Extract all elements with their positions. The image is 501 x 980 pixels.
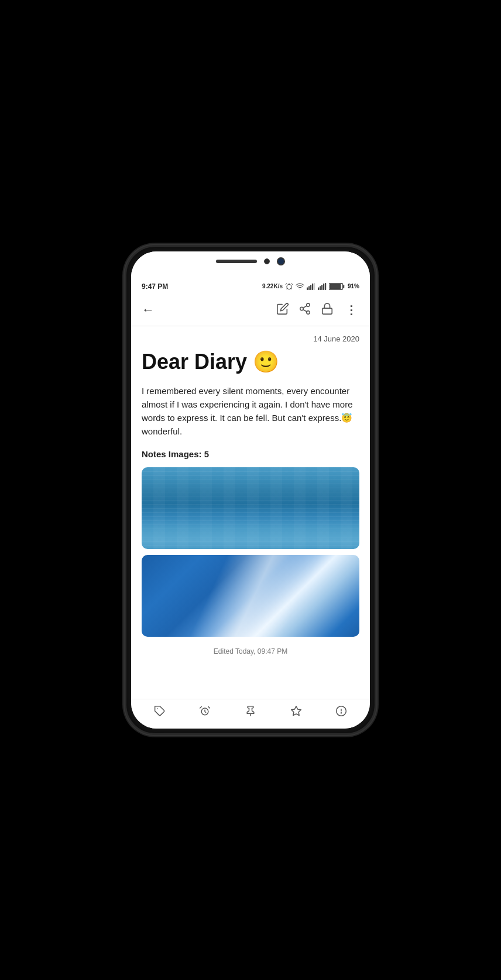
image-card-2[interactable]: [142, 555, 359, 637]
svg-rect-3: [310, 285, 311, 290]
share-icon: [298, 302, 311, 315]
more-button[interactable]: ⋮: [343, 301, 359, 319]
svg-rect-1: [307, 287, 308, 290]
svg-rect-10: [325, 283, 326, 290]
svg-rect-6: [318, 287, 319, 290]
diary-body: I remembered every silent moments, every…: [142, 384, 359, 439]
share-button[interactable]: [298, 302, 311, 318]
star-button[interactable]: [290, 705, 302, 719]
camera-dot: [264, 258, 270, 264]
content-area: 14 June 2020 Dear Diary 🙂 I remembered e…: [131, 326, 370, 699]
speaker: [216, 260, 257, 263]
svg-rect-13: [330, 284, 341, 289]
image-card-1[interactable]: [142, 467, 359, 549]
svg-rect-8: [321, 285, 322, 290]
alarm-icon: [199, 705, 211, 717]
lock-button[interactable]: [321, 302, 334, 318]
signal-icon: [307, 283, 315, 290]
pin-icon: [245, 705, 256, 717]
network-speed: 9.22K/s: [262, 283, 283, 289]
svg-line-18: [303, 306, 307, 308]
alarm-status-icon: [285, 282, 293, 291]
status-time: 9:47 PM: [142, 282, 168, 291]
toolbar: ← ⋮: [131, 294, 370, 326]
phone-frame: 9:47 PM 9.22K/s: [125, 245, 376, 735]
camera-front: [277, 257, 285, 265]
tag-button[interactable]: [154, 705, 166, 719]
svg-rect-12: [343, 285, 345, 288]
battery-icon: [329, 282, 345, 291]
phone-screen: 9:47 PM 9.22K/s: [131, 251, 370, 729]
edited-label: Edited Today, 09:47 PM: [142, 643, 359, 658]
svg-rect-4: [312, 283, 313, 289]
svg-rect-2: [308, 286, 310, 290]
top-hardware: [216, 257, 285, 265]
lock-icon: [321, 302, 334, 315]
alarm-button[interactable]: [199, 705, 211, 719]
bottom-bar: [131, 699, 370, 729]
svg-rect-9: [323, 283, 324, 289]
battery-percent: 91%: [348, 283, 359, 289]
edit-button[interactable]: [276, 302, 289, 318]
star-icon: [290, 705, 302, 717]
info-icon: [335, 705, 347, 717]
status-right: 9.22K/s: [262, 282, 359, 291]
svg-rect-19: [322, 308, 332, 314]
back-button[interactable]: ←: [139, 300, 157, 320]
notes-images-label: Notes Images: 5: [142, 449, 359, 459]
svg-line-17: [303, 309, 307, 312]
svg-rect-5: [314, 283, 315, 290]
svg-rect-7: [320, 286, 321, 290]
signal-icon-2: [318, 283, 327, 290]
toolbar-right: ⋮: [276, 301, 359, 319]
date-label: 14 June 2020: [142, 334, 359, 343]
edit-icon: [276, 302, 289, 315]
tag-icon: [154, 705, 166, 717]
svg-marker-23: [291, 706, 301, 716]
info-button[interactable]: [335, 705, 347, 719]
diary-title: Dear Diary 🙂: [142, 350, 359, 374]
ocean-image: [142, 467, 359, 549]
pin-button[interactable]: [245, 705, 256, 719]
abstract-image: [142, 555, 359, 637]
wifi-icon: [296, 282, 304, 291]
